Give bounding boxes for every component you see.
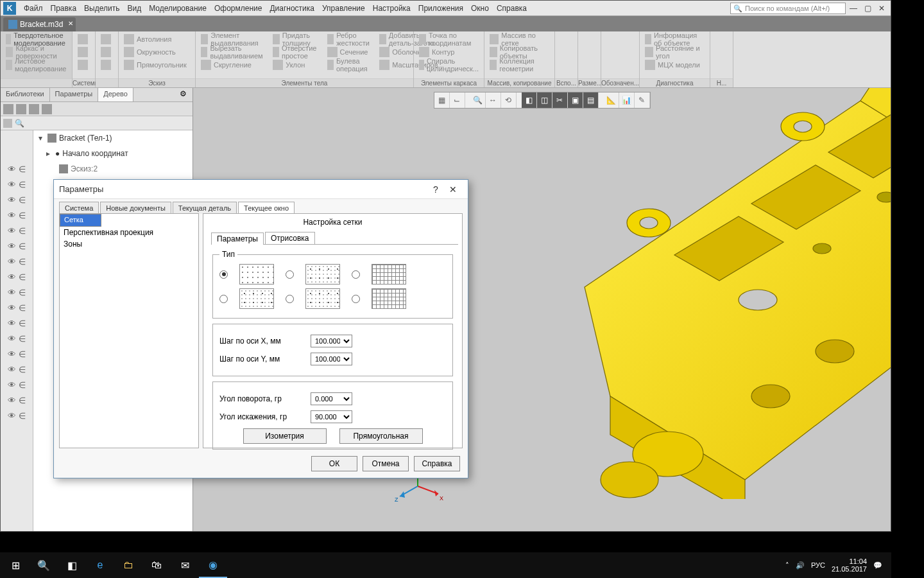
minimize-button[interactable]: —	[847, 3, 860, 13]
tab-new-docs[interactable]: Новые документы	[100, 202, 171, 214]
close-icon[interactable]: ✕	[443, 184, 463, 195]
close-icon[interactable]: ✕	[68, 20, 73, 27]
eye-icon[interactable]: 👁	[8, 195, 16, 205]
eye-icon[interactable]: 👁	[8, 303, 16, 313]
tree-expand-icon[interactable]	[16, 104, 26, 114]
type-radio-4[interactable]	[219, 295, 228, 303]
new-button[interactable]	[76, 33, 91, 46]
tab-current-part[interactable]: Текущая деталь	[173, 202, 237, 214]
open-button[interactable]	[76, 46, 91, 58]
solid-modeling-mode[interactable]: Твердотельное моделирование	[4, 33, 68, 46]
type-radio-3[interactable]	[352, 270, 360, 279]
tab-libraries[interactable]: Библиотеки	[1, 88, 50, 101]
filter-icon[interactable]	[3, 119, 12, 128]
list-perspective[interactable]: Перспективная проекция	[60, 227, 198, 238]
contour-button[interactable]: Контур	[418, 46, 480, 58]
copy-obj-button[interactable]: Копировать объекты	[488, 46, 551, 58]
start-button[interactable]: ⊞	[1, 552, 30, 578]
eye-icon[interactable]: 👁	[8, 334, 16, 344]
eye-icon[interactable]: 👁	[8, 380, 16, 390]
step-y-select[interactable]: 100.000	[311, 353, 352, 365]
sheet-mode[interactable]: Листовое моделирование	[4, 58, 68, 71]
search-button[interactable]: 🔍	[30, 552, 58, 578]
distance-button[interactable]: Расстояние и угол	[644, 46, 706, 58]
rib-button[interactable]: Ребро жесткости	[326, 33, 375, 46]
menu-manage[interactable]: Управление	[318, 2, 369, 15]
cancel-button[interactable]: Отмена	[363, 456, 409, 471]
eye-icon[interactable]: 👁	[8, 288, 16, 297]
menu-window[interactable]: Окно	[467, 2, 493, 15]
autoline-button[interactable]: Автолиния	[123, 33, 191, 46]
clock[interactable]: 11:04 21.05.2017	[832, 557, 867, 573]
tree-origin[interactable]: ▸●Начало координат	[33, 146, 193, 161]
lang-indicator[interactable]: РУС	[811, 561, 825, 569]
menu-settings[interactable]: Настройка	[369, 2, 415, 15]
boolean-button[interactable]: Булева операция	[326, 58, 375, 71]
eye-icon[interactable]: 👁	[8, 180, 16, 189]
menu-apps[interactable]: Приложения	[415, 2, 467, 15]
rectangular-button[interactable]: Прямоугольная	[339, 428, 423, 444]
eye-icon[interactable]: 👁	[8, 241, 16, 251]
menu-select[interactable]: Выделить	[80, 2, 123, 15]
isometry-button[interactable]: Изометрия	[243, 428, 327, 444]
maximize-button[interactable]: ▢	[861, 3, 874, 13]
print-button[interactable]	[99, 33, 114, 46]
extrude-button[interactable]: Элемент выдавливания	[200, 33, 268, 46]
eye-icon[interactable]: 👁	[8, 272, 16, 282]
rotation-select[interactable]: 0.000	[311, 392, 352, 405]
list-grid[interactable]: Сетка	[60, 214, 101, 227]
menu-format[interactable]: Оформление	[210, 2, 266, 15]
hole-button[interactable]: Отверстие простое	[271, 46, 321, 58]
undo-button[interactable]	[99, 46, 114, 58]
array-grid-button[interactable]: Массив по сетке	[488, 33, 551, 46]
menu-diag[interactable]: Диагностика	[266, 2, 318, 15]
notifications-icon[interactable]: 💬	[873, 561, 882, 570]
tree-filter-icon[interactable]	[42, 104, 52, 114]
help-button[interactable]: Справка	[414, 456, 460, 471]
menu-edit[interactable]: Правка	[47, 2, 81, 15]
tree-search-input[interactable]	[26, 119, 190, 127]
tree-collapse-icon[interactable]	[29, 104, 39, 114]
menu-model[interactable]: Моделирование	[145, 2, 210, 15]
cut-extrude-button[interactable]: Вырезать выдавливанием	[200, 46, 268, 58]
redo-button[interactable]	[99, 58, 114, 71]
eye-icon[interactable]: 👁	[8, 365, 16, 374]
eye-icon[interactable]: 👁	[8, 349, 16, 359]
menu-file[interactable]: Файл	[20, 2, 47, 15]
volume-icon[interactable]: 🔊	[796, 561, 805, 570]
gear-icon[interactable]: ⚙	[180, 89, 191, 101]
eye-icon[interactable]: 👁	[8, 396, 16, 405]
tree-sketch[interactable]: Эскиз:2	[33, 161, 193, 177]
eye-icon[interactable]: 👁	[8, 164, 16, 174]
tab-params[interactable]: Параметры	[50, 88, 99, 101]
eye-icon[interactable]: 👁	[8, 257, 16, 267]
step-x-select[interactable]: 100.000	[311, 335, 352, 347]
explorer-icon[interactable]: 🗀	[114, 552, 142, 578]
tab-system[interactable]: Система	[59, 202, 99, 214]
tab-tree[interactable]: Дерево	[98, 88, 133, 101]
skew-select[interactable]: 90.000	[311, 410, 352, 423]
command-search[interactable]: 🔍 Поиск по командам (Alt+/)	[730, 3, 846, 14]
store-icon[interactable]: 🛍	[142, 552, 171, 578]
draft-button[interactable]: Уклон	[271, 58, 321, 71]
list-zones[interactable]: Зоны	[60, 238, 198, 250]
menu-help[interactable]: Справка	[493, 2, 531, 15]
doc-tab[interactable]: Bracket.m3d ✕	[3, 17, 76, 31]
type-radio-6[interactable]	[352, 295, 360, 303]
type-radio-2[interactable]	[286, 270, 294, 279]
close-button[interactable]: ✕	[875, 3, 888, 13]
ok-button[interactable]: ОК	[311, 456, 357, 471]
subtab-render[interactable]: Отрисовка	[265, 232, 315, 244]
eye-icon[interactable]: 👁	[8, 319, 16, 328]
save-button[interactable]	[76, 58, 91, 71]
mail-icon[interactable]: ✉	[171, 552, 199, 578]
tree-view-icon[interactable]	[3, 104, 13, 114]
eye-icon[interactable]: 👁	[8, 226, 16, 236]
chevron-up-icon[interactable]: ˄	[785, 561, 789, 570]
fillet-button[interactable]: Скругление	[200, 58, 268, 71]
section-button[interactable]: Сечение	[326, 46, 375, 58]
eye-icon[interactable]: 👁	[8, 211, 16, 220]
dialog-titlebar[interactable]: Параметры ? ✕	[54, 180, 468, 199]
mass-button[interactable]: МЦХ модели	[644, 58, 706, 71]
edge-icon[interactable]: e	[86, 552, 114, 578]
